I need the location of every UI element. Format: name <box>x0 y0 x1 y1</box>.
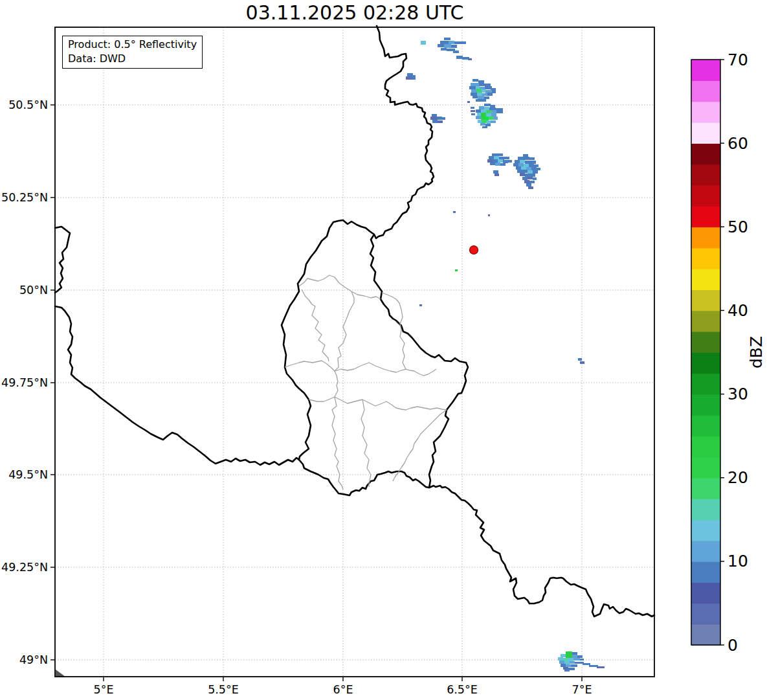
lon-tick-label: 7°E <box>572 683 592 696</box>
border-france-germany <box>429 486 654 616</box>
echo-cell <box>589 665 598 667</box>
echo-cell <box>530 174 535 177</box>
echo-cell <box>476 109 481 113</box>
lat-tick-label: 49°N <box>19 653 48 666</box>
echo-cell <box>472 96 478 98</box>
border-france-belgium <box>55 306 299 465</box>
colorbar-segment <box>691 499 720 520</box>
colorbar-tick-label: 20 <box>728 468 748 487</box>
echo-cell <box>489 156 494 159</box>
colorbar-segment <box>691 582 720 604</box>
echo-cell <box>529 181 535 183</box>
echo-cell <box>491 113 496 117</box>
echo-cell <box>515 160 520 163</box>
colorbar-tick-label: 70 <box>728 51 748 69</box>
echo-cell <box>479 106 484 109</box>
colorbar-segment <box>691 478 720 499</box>
echo-cell <box>478 96 484 99</box>
location-marker <box>470 246 478 254</box>
echo-cell <box>495 163 500 166</box>
echo-cell <box>520 160 525 163</box>
colorbar-segment <box>691 603 720 624</box>
echo-cell <box>561 664 566 667</box>
echo-cell <box>468 58 472 60</box>
echo-cell <box>500 163 506 166</box>
echo-cell <box>516 166 521 170</box>
echo-cell <box>438 120 443 123</box>
echo-cell <box>471 89 476 93</box>
echo-cell <box>482 89 485 93</box>
echo-cell <box>432 120 438 123</box>
echo-cell <box>430 117 437 120</box>
colorbar-segment <box>691 248 720 269</box>
echo-cell <box>432 114 437 117</box>
echo-cell <box>486 110 491 113</box>
lon-tick-label: 6.5°E <box>447 683 478 696</box>
echo-cell <box>529 164 534 167</box>
colorbar-segment <box>691 227 720 248</box>
echo-cell <box>493 159 498 163</box>
echo-cell <box>534 164 539 167</box>
echo-cell <box>524 180 529 183</box>
colorbar-segment <box>691 289 720 311</box>
echo-cell <box>525 174 530 177</box>
echo-cell <box>478 120 482 123</box>
echo-cell <box>476 116 481 119</box>
echo-cell <box>561 654 566 657</box>
colorbar-segment <box>691 394 720 416</box>
echo-cell <box>490 163 495 165</box>
echo-cell <box>481 113 486 117</box>
echo-cell <box>488 214 490 216</box>
colorbar-axis-label: dBZ <box>747 336 766 368</box>
echo-cell <box>520 173 525 176</box>
echo-cell <box>558 657 563 660</box>
echo-cell <box>471 113 475 115</box>
echo-cell <box>559 660 564 664</box>
echo-cell <box>518 163 524 166</box>
echo-cell <box>479 83 484 86</box>
echo-cell <box>571 664 577 667</box>
echo-cell <box>573 658 580 660</box>
colorbar-segment <box>691 541 720 562</box>
colorbar-segment <box>691 373 720 394</box>
lat-tick-label: 49.75°N <box>1 376 48 389</box>
echo-cell <box>437 117 442 120</box>
echo-cell <box>438 44 444 47</box>
colorbar-segment <box>691 624 720 646</box>
echo-cell <box>528 170 533 174</box>
echo-cell <box>476 89 482 93</box>
echo-cell <box>482 93 487 96</box>
echo-cell <box>482 126 487 128</box>
country-borders <box>55 26 654 616</box>
echo-cell <box>478 80 484 83</box>
canton-border <box>299 275 381 299</box>
echo-cell <box>484 96 489 99</box>
echo-cell <box>489 117 494 120</box>
echo-cell <box>482 99 486 102</box>
echo-cell <box>494 156 499 159</box>
axis-ticks: 5°E5.5°E6°E6.5°E7°E50.5°N50.25°N50°N49.7… <box>1 98 592 696</box>
echo-cell <box>482 120 487 123</box>
echo-cell <box>513 163 518 166</box>
echo-cell <box>477 113 481 116</box>
echo-cell <box>528 177 533 179</box>
echo-cell <box>494 117 498 120</box>
echo-cell <box>563 667 568 670</box>
echo-cell <box>476 99 482 102</box>
echo-cell <box>492 153 497 156</box>
echo-cell <box>491 110 496 113</box>
echo-cell <box>471 110 475 112</box>
echo-cell <box>471 107 474 109</box>
echo-cell <box>568 658 573 661</box>
echo-cell <box>577 655 583 658</box>
colorbar-segment <box>691 60 720 81</box>
colorbar-segment <box>691 164 720 185</box>
echo-cell <box>456 56 463 59</box>
plot-title: 03.11.2025 02:28 UTC <box>55 1 654 24</box>
echo-cell <box>537 168 540 170</box>
border-givet-salient <box>55 227 70 293</box>
border-belgium-germany <box>374 26 434 238</box>
echo-cell <box>533 170 538 174</box>
colorbar-segment <box>691 80 720 102</box>
colorbar-segment <box>691 436 720 457</box>
